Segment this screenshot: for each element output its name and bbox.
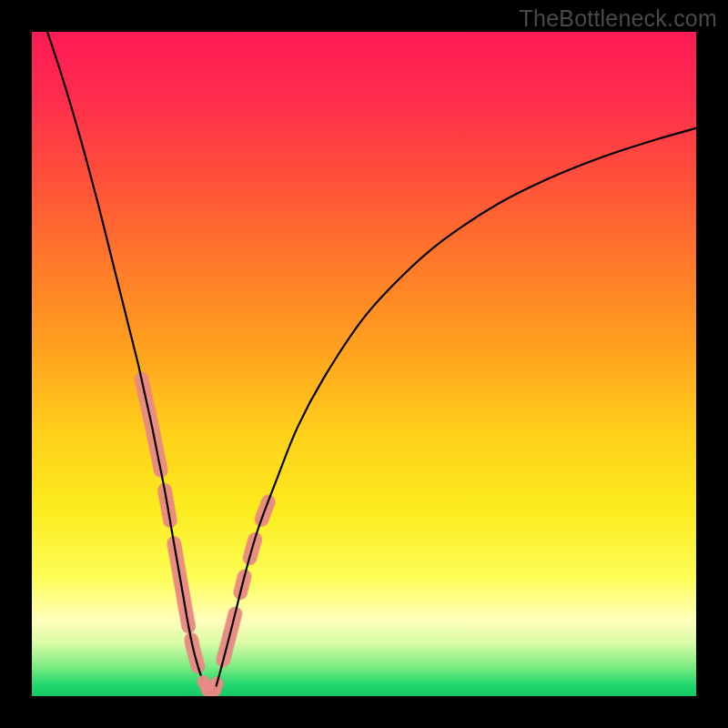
- gradient-background: [32, 32, 696, 696]
- watermark-text: TheBottleneck.com: [520, 5, 717, 32]
- plot-area: [32, 32, 696, 696]
- chart-frame: TheBottleneck.com: [0, 0, 728, 728]
- bottleneck-chart: [32, 32, 696, 696]
